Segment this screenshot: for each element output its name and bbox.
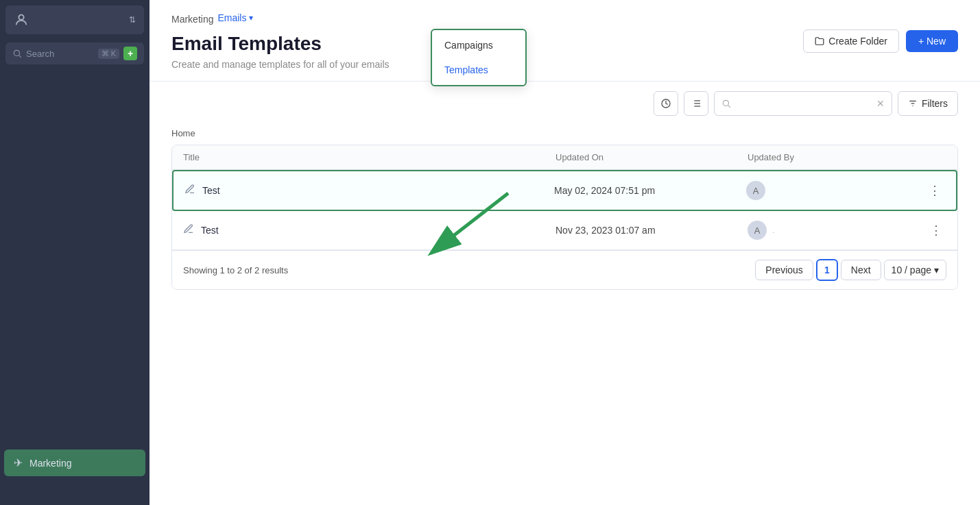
sidebar-profile[interactable]: ⇅ <box>5 5 144 34</box>
row-title: Test <box>202 185 220 196</box>
row-dot: . <box>772 225 774 235</box>
search-icon <box>721 99 731 108</box>
main-content: Marketing Emails ▾ Email Templates Creat… <box>150 0 980 505</box>
row-avatar: A <box>746 181 765 200</box>
row-avatar: A <box>748 221 767 240</box>
create-folder-button[interactable]: Create Folder <box>803 29 899 53</box>
previous-button[interactable]: Previous <box>755 260 813 280</box>
sidebar: ⇅ Search ⌘ K + ✈ Marketing <box>0 0 150 505</box>
row-context-menu-button[interactable]: ⋮ <box>926 221 946 239</box>
emails-label: Emails <box>217 12 246 23</box>
page-title: Email Templates <box>171 33 390 55</box>
row-actions: ⋮ <box>912 221 946 239</box>
breadcrumb-row: Home <box>150 125 980 145</box>
template-icon <box>184 184 195 197</box>
dropdown-item-campaigns[interactable]: Campaigns <box>432 33 525 58</box>
next-button[interactable]: Next <box>841 260 881 280</box>
col-actions <box>912 152 946 162</box>
row-title-cell: Test <box>183 223 555 237</box>
new-button[interactable]: + New <box>906 30 958 52</box>
row-title-cell: Test <box>184 184 554 197</box>
list-icon <box>691 98 702 109</box>
sidebar-search[interactable]: Search ⌘ K + <box>5 42 144 64</box>
filters-label: Filters <box>922 98 948 109</box>
col-updated-on: Updated On <box>555 152 748 162</box>
pagination-row: Showing 1 to 2 of 2 results Previous 1 N… <box>172 250 957 289</box>
row-updated-on: Nov 23, 2023 01:07 am <box>555 225 748 236</box>
row-updated-on: May 02, 2024 07:51 pm <box>554 185 746 196</box>
table-row: Test May 02, 2024 07:51 pm A ⋮ <box>172 170 957 211</box>
search-input[interactable] <box>735 98 872 109</box>
col-updated-by: Updated By <box>748 152 912 162</box>
row-updated-by-cell: A . <box>748 221 912 240</box>
sidebar-item-label: Marketing <box>29 458 71 469</box>
row-actions: ⋮ <box>911 182 945 199</box>
header-actions: Create Folder + New <box>803 29 958 53</box>
template-icon <box>183 223 194 237</box>
breadcrumb[interactable]: Home <box>171 128 195 138</box>
per-page-selector[interactable]: 10 / page ▾ <box>884 260 946 280</box>
page-header: Marketing Emails ▾ Email Templates Creat… <box>150 0 980 82</box>
new-label: + New <box>918 36 946 47</box>
sidebar-quick-add-button[interactable]: + <box>123 47 137 60</box>
emails-dropdown-menu: Campaigns Templates <box>431 29 527 86</box>
col-title: Title <box>183 152 555 162</box>
row-context-menu-button[interactable]: ⋮ <box>924 182 945 199</box>
showing-text: Showing 1 to 2 of 2 results <box>183 265 288 275</box>
user-icon <box>14 12 29 27</box>
per-page-chevron-icon: ▾ <box>934 264 939 275</box>
table-header: Title Updated On Updated By <box>172 145 957 170</box>
sidebar-profile-left <box>14 12 29 27</box>
per-page-label: 10 / page <box>892 264 931 275</box>
svg-point-1 <box>14 50 19 56</box>
sidebar-search-icon <box>12 49 22 58</box>
toolbar-row: ✕ Filters <box>150 82 980 125</box>
folder-icon <box>815 36 824 46</box>
search-clear-icon[interactable]: ✕ <box>876 99 885 108</box>
templates-table: Title Updated On Updated By Test May 02,… <box>171 145 958 290</box>
row-title: Test <box>201 225 219 236</box>
sidebar-search-kbd: ⌘ K <box>98 49 119 59</box>
dropdown-item-templates[interactable]: Templates <box>432 58 525 82</box>
svg-point-0 <box>19 15 23 20</box>
page-subtitle: Create and manage templates for all of y… <box>171 59 390 70</box>
svg-line-11 <box>728 106 730 108</box>
sidebar-item-marketing[interactable]: ✈ Marketing <box>4 449 145 476</box>
svg-point-10 <box>723 100 728 106</box>
create-folder-label: Create Folder <box>828 36 887 47</box>
table-row: Test Nov 23, 2023 01:07 am A . ⋮ <box>172 211 957 250</box>
clock-icon <box>660 98 671 109</box>
header-title-area: Marketing Emails ▾ Email Templates Creat… <box>171 12 390 70</box>
emails-dropdown-trigger[interactable]: Emails ▾ <box>217 12 253 23</box>
page-number-button[interactable]: 1 <box>816 259 838 281</box>
header-nav-row: Marketing Emails ▾ <box>171 12 390 26</box>
filters-button[interactable]: Filters <box>898 91 958 116</box>
brand-label: Marketing <box>171 14 213 25</box>
emails-chevron-icon: ▾ <box>249 13 253 23</box>
svg-line-2 <box>19 56 21 58</box>
list-view-button[interactable] <box>684 91 708 116</box>
row-updated-by-cell: A <box>746 181 911 200</box>
profile-chevron-icon: ⇅ <box>129 15 136 25</box>
pagination-controls: Previous 1 Next 10 / page ▾ <box>755 259 946 281</box>
search-box[interactable]: ✕ <box>714 91 892 116</box>
filter-icon <box>908 99 918 108</box>
clock-view-button[interactable] <box>654 91 678 116</box>
sidebar-search-placeholder: Search <box>26 49 94 59</box>
marketing-icon: ✈ <box>14 456 23 469</box>
header-top: Marketing Emails ▾ Email Templates Creat… <box>171 12 958 81</box>
